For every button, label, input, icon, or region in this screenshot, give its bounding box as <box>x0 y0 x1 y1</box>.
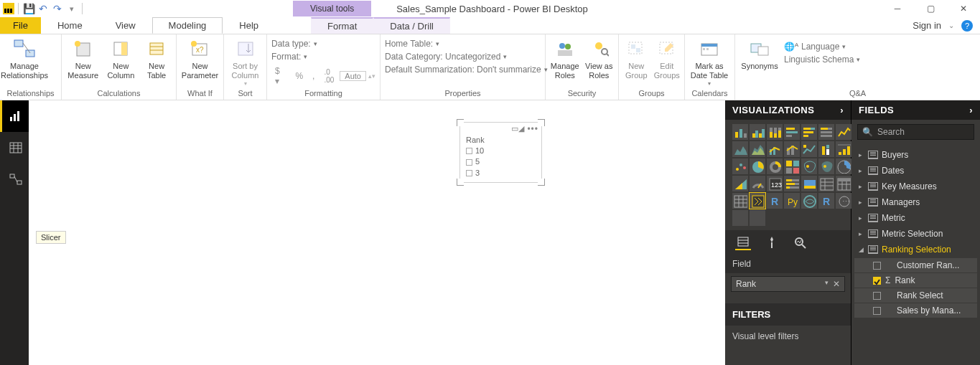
new-group-button[interactable]: NewGroup <box>623 37 650 80</box>
tab-modeling[interactable]: Modeling <box>152 17 223 34</box>
viz-type-icon[interactable] <box>801 124 817 140</box>
manage-roles-button[interactable]: ManageRoles <box>550 37 580 80</box>
viz-type-icon[interactable] <box>801 158 817 174</box>
viz-type-icon[interactable] <box>836 158 851 174</box>
close-button[interactable]: ✕ <box>947 0 980 17</box>
more-options-icon[interactable]: ••• <box>527 124 538 134</box>
maximize-button[interactable]: ▢ <box>914 0 947 17</box>
format-dropdown[interactable]: Format: ▾ <box>271 52 375 62</box>
viz-type-icon[interactable] <box>750 141 765 157</box>
viz-type-icon[interactable] <box>818 141 834 157</box>
viz-type-icon[interactable] <box>750 193 765 209</box>
fields-tab-icon[interactable] <box>735 234 751 250</box>
checkbox-icon[interactable] <box>466 148 472 154</box>
expand-icon[interactable]: ▸ <box>859 151 864 158</box>
resize-handle-icon[interactable] <box>538 119 545 126</box>
tab-view[interactable]: View <box>99 17 152 34</box>
edit-groups-button[interactable]: EditGroups <box>654 37 681 80</box>
default-summarization-dropdown[interactable]: Default Summarization: Don't summarize ▾ <box>385 65 548 75</box>
chevron-down-icon[interactable]: ⌄ <box>948 22 954 29</box>
resize-handle-icon[interactable] <box>538 179 545 186</box>
mark-as-date-table-button[interactable]: Mark asDate Table▾ <box>689 37 729 87</box>
viz-type-icon[interactable] <box>784 124 800 140</box>
viz-type-icon[interactable] <box>767 124 783 140</box>
field-well-rank[interactable]: Rank ▾✕ <box>731 276 845 292</box>
data-view-icon[interactable] <box>0 132 29 163</box>
viz-type-icon[interactable] <box>801 193 817 209</box>
field-table-row[interactable]: ▸Buyers <box>854 147 977 163</box>
view-as-roles-button[interactable]: View asRoles <box>584 37 615 80</box>
synonyms-button[interactable]: Synonyms <box>739 37 780 71</box>
field-table-row[interactable]: ▸Dates <box>854 163 977 179</box>
new-table-button[interactable]: NewTable <box>141 37 172 80</box>
field-item[interactable]: ΣRank <box>854 272 977 288</box>
viz-type-icon[interactable] <box>767 141 783 157</box>
field-table-row[interactable]: ◢Ranking Selection <box>854 242 977 257</box>
checkbox-icon[interactable] <box>466 159 472 166</box>
checkbox-icon[interactable] <box>873 292 881 300</box>
percent-format-button[interactable]: % <box>291 70 307 82</box>
expand-icon[interactable]: ◢ <box>859 246 864 253</box>
field-table-row[interactable]: ▸Metric <box>854 210 977 226</box>
file-tab[interactable]: File <box>0 17 41 34</box>
resize-handle-icon[interactable] <box>457 179 464 186</box>
field-dropdown-icon[interactable]: ▾ <box>825 279 829 289</box>
slicer-dropdown-icon[interactable]: ▭◢ <box>511 124 524 134</box>
tab-help[interactable]: Help <box>223 17 275 34</box>
report-canvas[interactable]: ▭◢ ••• Rank 1053 <box>29 100 725 365</box>
checkbox-icon[interactable] <box>466 170 472 176</box>
undo-icon[interactable]: ↶ <box>37 2 50 15</box>
viz-type-icon[interactable] <box>784 158 800 174</box>
new-parameter-button[interactable]: x?NewParameter <box>181 37 219 80</box>
viz-type-icon[interactable] <box>732 210 748 226</box>
expand-icon[interactable]: ▸ <box>859 199 864 206</box>
viz-type-icon[interactable] <box>784 141 800 157</box>
decimal-decrease-button[interactable]: .0.00 <box>320 67 337 85</box>
field-table-row[interactable]: ▸Key Measures <box>854 179 977 194</box>
field-item[interactable]: Rank Select <box>854 288 977 303</box>
qat-dropdown-icon[interactable]: ▾ <box>65 2 78 15</box>
viz-type-icon[interactable] <box>818 158 834 174</box>
field-table-row[interactable]: ▸Metric Selection <box>854 226 977 242</box>
currency-format-button[interactable]: $ ▾ <box>271 65 289 87</box>
viz-type-icon[interactable] <box>801 176 817 191</box>
viz-type-icon[interactable] <box>836 124 851 140</box>
new-measure-button[interactable]: NewMeasure <box>66 37 101 80</box>
tab-home[interactable]: Home <box>41 17 99 34</box>
viz-type-icon[interactable]: R <box>818 193 834 209</box>
collapse-panel-icon[interactable]: › <box>840 105 844 115</box>
slicer-visual[interactable]: ▭◢ ••• Rank 1053 <box>459 122 542 183</box>
viz-type-icon[interactable] <box>836 141 851 157</box>
expand-icon[interactable]: ▸ <box>859 167 864 174</box>
redo-icon[interactable]: ↷ <box>51 2 64 15</box>
slicer-item[interactable]: 3 <box>466 168 536 179</box>
collapse-panel-icon[interactable]: › <box>969 105 973 115</box>
viz-type-icon[interactable]: 123 <box>767 176 783 191</box>
format-tab-icon[interactable] <box>764 234 780 250</box>
new-column-button[interactable]: NewColumn <box>105 37 138 80</box>
viz-type-icon[interactable] <box>801 141 817 157</box>
field-item[interactable]: Sales by Mana... <box>854 303 977 318</box>
model-view-icon[interactable] <box>0 163 29 195</box>
viz-type-icon[interactable]: Py <box>784 193 800 209</box>
checkbox-icon[interactable] <box>873 307 881 315</box>
field-item[interactable]: Customer Ran... <box>854 257 977 272</box>
viz-type-icon[interactable] <box>732 193 748 209</box>
viz-type-icon[interactable] <box>750 210 765 226</box>
viz-type-icon[interactable] <box>732 124 748 140</box>
viz-type-icon[interactable] <box>750 176 765 191</box>
expand-icon[interactable]: ▸ <box>859 183 864 190</box>
field-table-row[interactable]: ▸Managers <box>854 194 977 210</box>
checkbox-icon[interactable] <box>873 277 881 285</box>
decimal-auto-box[interactable]: Auto <box>340 71 366 81</box>
help-icon[interactable]: ? <box>961 20 973 32</box>
expand-icon[interactable]: ▸ <box>859 214 864 222</box>
viz-type-icon[interactable] <box>732 158 748 174</box>
tab-data-drill[interactable]: Data / Drill <box>373 17 450 34</box>
viz-type-icon[interactable] <box>767 158 783 174</box>
sort-by-column-button[interactable]: Sort byColumn▾ <box>228 37 262 87</box>
viz-type-icon[interactable] <box>732 141 748 157</box>
data-category-dropdown[interactable]: Data Category: Uncategorized ▾ <box>385 52 548 62</box>
linguistic-schema-dropdown[interactable]: Linguistic Schema ▾ <box>784 54 860 65</box>
comma-format-button[interactable]: , <box>309 70 318 82</box>
